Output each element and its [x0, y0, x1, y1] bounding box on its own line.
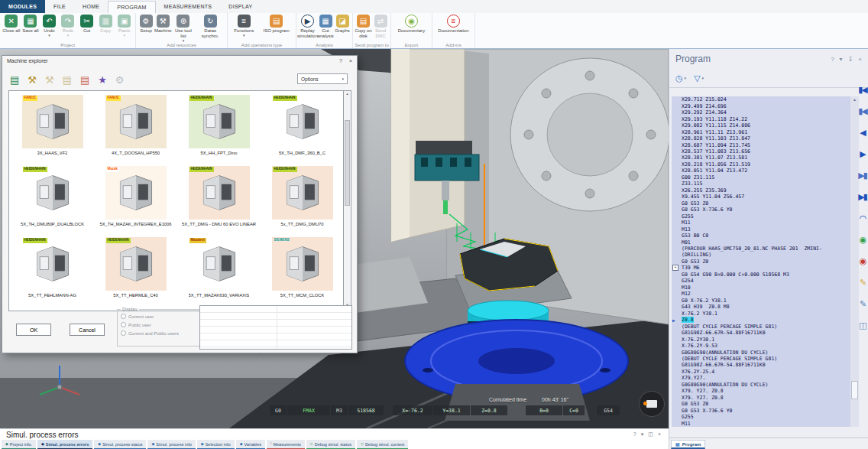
- edit-annotation-icon[interactable]: ✎: [860, 300, 865, 308]
- gcode-line[interactable]: X-76.2Y38.1: [672, 336, 850, 342]
- gcode-line[interactable]: G0 G53 Z0: [672, 200, 850, 207]
- tab-program[interactable]: ▤ Program: [671, 440, 705, 449]
- machine-tile-5x-tt-dmg-dmu-60-evo-linear[interactable]: HEIDENHAIN5X_TT_DMG - DMU 60 EVO LINEAR: [177, 164, 261, 235]
- gcode-line[interactable]: G0G80G90(ANNULATION DU CYCLE): [672, 349, 850, 355]
- machine-button[interactable]: ⚒Machine: [154, 15, 172, 34]
- datas-synchro-button[interactable]: ↻Datas synchro.: [195, 15, 225, 39]
- gcode-line[interactable]: X28.381 Y11.07 Z13.581: [672, 155, 850, 161]
- gcode-line[interactable]: (DRILLING): [672, 252, 850, 258]
- redo-button[interactable]: ↷Redo▾: [60, 15, 76, 37]
- machine-tile-3x-haas-vf2[interactable]: FANUC3X_HAAS_VF2: [11, 93, 94, 164]
- machine-tile-5x-tt-mazak630-variaxis[interactable]: Mazatrol5X_TT_MAZAK630_VARIAXIS: [177, 235, 261, 306]
- tab-project-info[interactable]: ◆Project info.: [2, 440, 36, 449]
- new-annotation-icon[interactable]: ✎: [860, 278, 865, 287]
- gcode-line[interactable]: X26.255 Z35.369: [672, 187, 850, 194]
- add-stop-icon[interactable]: ◉: [860, 236, 866, 244]
- gcode-line[interactable]: M10: [672, 285, 850, 291]
- go-to-start-icon[interactable]: ▮◀: [858, 86, 866, 94]
- save-all-button[interactable]: ▦Save all: [22, 15, 39, 34]
- ribbon-tab-modules[interactable]: MODULES: [0, 0, 45, 13]
- gcode-line[interactable]: G0G80G90(ANNULATION DU CYCLE): [672, 382, 850, 388]
- send-dnc-button[interactable]: ⇄Send DNC: [372, 15, 389, 39]
- time-display-icon[interactable]: ◷▾: [675, 73, 686, 83]
- options-dropdown[interactable]: Options ▾: [297, 73, 348, 84]
- gcode-line[interactable]: X-76.2Y-9.53: [672, 343, 850, 349]
- use-tool-list-button[interactable]: ⊕Use tool list▾: [172, 15, 196, 43]
- tab-simul-process-info[interactable]: ◆Simul. process info: [147, 440, 195, 449]
- cancel-button[interactable]: Cancel: [70, 324, 105, 336]
- machine-tile-5x-tt-mcm-clock[interactable]: SIEMENS5X_TT_MCM_CLOCK: [261, 235, 344, 306]
- gcode-line[interactable]: (PARCOUR HAAS_UMC750_20_01.NC PHASE 201 …: [672, 246, 850, 252]
- gcode-line[interactable]: G00 Z31.115: [672, 174, 850, 181]
- gcode-line[interactable]: X29.499 Z14.696: [672, 102, 850, 109]
- gcode-line[interactable]: X28.537 Y11.083 Z13.656: [672, 148, 850, 155]
- gcode-line[interactable]: G81G98Z-66.67R-54.88F16711K0: [672, 330, 850, 336]
- tab-variables[interactable]: ◆Variables: [236, 440, 265, 449]
- gcode-line[interactable]: X28.218 Y11.056 Z13.519: [672, 161, 850, 168]
- functions-button[interactable]: ≡Functions▾: [234, 15, 254, 37]
- gcode-line[interactable]: (DEBUT CYCLE PERCAGE SIMPLE G81): [672, 323, 850, 329]
- radio-public-user[interactable]: Public user: [121, 320, 199, 329]
- close-icon[interactable]: ×: [858, 56, 862, 63]
- float-icon[interactable]: ◫: [648, 431, 653, 438]
- remove-stop-icon[interactable]: ◉: [860, 257, 866, 265]
- gcode-line[interactable]: X-76.2 Y38.1: [672, 310, 850, 316]
- machine-tile-5x-tt-fehlmann-ag[interactable]: HEIDENHAIN5X_TT_FEHLMANN-AG: [11, 235, 94, 306]
- replay-simulation-button[interactable]: ▶Replay simulation: [298, 15, 317, 39]
- gcode-line[interactable]: Z33.115: [672, 181, 850, 187]
- filter-icon[interactable]: ▽▾: [694, 73, 704, 83]
- copy-on-disk-button[interactable]: ▤Copy on disk: [355, 15, 372, 39]
- pin-icon[interactable]: ↧: [848, 56, 853, 63]
- new-machine-icon[interactable]: ▤: [10, 75, 19, 85]
- scrollbar-thumb[interactable]: [851, 381, 858, 399]
- go-to-end-icon[interactable]: ▶▮: [858, 193, 866, 201]
- delete-machine-icon[interactable]: ▤: [80, 75, 89, 85]
- help-icon[interactable]: ?: [831, 56, 834, 63]
- gcode-line[interactable]: X29.292 Z14.364: [672, 109, 850, 116]
- tab-simul-process-errors[interactable]: ◆Simul. process errors: [37, 440, 92, 449]
- import-machine-icon[interactable]: ⚒: [28, 75, 37, 85]
- tab-selection-info[interactable]: ◆Selection info: [197, 440, 235, 449]
- ok-button[interactable]: OK: [16, 324, 51, 336]
- gcode-line[interactable]: X29.712 Z15.024: [672, 96, 850, 102]
- scroll-up-icon[interactable]: ▲: [344, 92, 351, 96]
- gcode-line[interactable]: M12: [672, 291, 850, 297]
- ribbon-tab-home[interactable]: HOME: [74, 0, 108, 13]
- copy-button[interactable]: ▥Copy: [97, 15, 114, 34]
- gcode-line[interactable]: X9.455 Y11.04 Z56.457: [672, 194, 850, 200]
- help-icon[interactable]: ?: [633, 431, 636, 438]
- gcode-line[interactable]: ▶Z0.8: [672, 317, 850, 323]
- gcode-line[interactable]: G255: [672, 213, 850, 219]
- undo-button[interactable]: ↶Undo▾: [40, 15, 57, 37]
- duplicate-machine-icon[interactable]: ⚒: [45, 75, 54, 85]
- close-icon[interactable]: ×: [349, 58, 352, 70]
- machine-tile-5x-hh-fpt-dino[interactable]: HEIDENHAIN5X_HH_FPT_Dino: [177, 93, 261, 164]
- gcode-line[interactable]: M11: [672, 420, 850, 426]
- paste-button[interactable]: ▣Paste▾: [116, 15, 133, 37]
- machine-list-scrollbar[interactable]: ▲ ▼: [343, 90, 351, 308]
- gcode-line[interactable]: +T39 M6: [672, 265, 850, 271]
- close-icon[interactable]: ×: [658, 431, 661, 438]
- expand-icon[interactable]: +: [672, 265, 679, 271]
- play-forward-icon[interactable]: ▶: [860, 150, 864, 158]
- gcode-line[interactable]: X28.687 Y11.094 Z13.745: [672, 142, 850, 148]
- gcode-line[interactable]: X79. Y27. Z0.8: [672, 395, 850, 401]
- capture-button[interactable]: [639, 391, 665, 417]
- graphs-button[interactable]: ◪Graphs: [334, 15, 351, 34]
- iso-program-button[interactable]: ▤ISO program: [263, 15, 289, 34]
- gcode-line[interactable]: X29.082 Y11.115 Z14.086: [672, 122, 850, 129]
- tab-debug-simul-context[interactable]: ◇Debug simul. context: [357, 440, 408, 449]
- machine-tile-4x-t-doosan-hp550[interactable]: FANUC4X_T_DOOSAN_HP550: [94, 93, 177, 164]
- rewind-to-stop-icon[interactable]: ▮◀: [858, 107, 866, 116]
- gcode-line[interactable]: G0 G53 X-736.6 Y0: [672, 207, 850, 213]
- ribbon-tab-program[interactable]: PROGRAM: [108, 1, 155, 13]
- gcode-line[interactable]: X28.961 Y11.11 Z13.961: [672, 129, 850, 135]
- gcode-line[interactable]: G0 G53 X-736.6 Y0: [672, 408, 850, 414]
- gcode-line[interactable]: G254: [672, 278, 850, 284]
- gcode-line[interactable]: X29.193 Y11.118 Z14.22: [672, 116, 850, 122]
- cut-analysis-button[interactable]: ▦Cut analysis: [317, 15, 334, 39]
- gcode-line[interactable]: G81G98Z-66.67R-54.88F16711K0: [672, 362, 850, 368]
- gcode-line[interactable]: M13: [672, 226, 850, 232]
- gcode-line[interactable]: G0 G54 G90 B+0.000 C+0.000 S18568 M3: [672, 272, 850, 278]
- radio-current-and-public-users[interactable]: Current and Public users: [121, 329, 199, 337]
